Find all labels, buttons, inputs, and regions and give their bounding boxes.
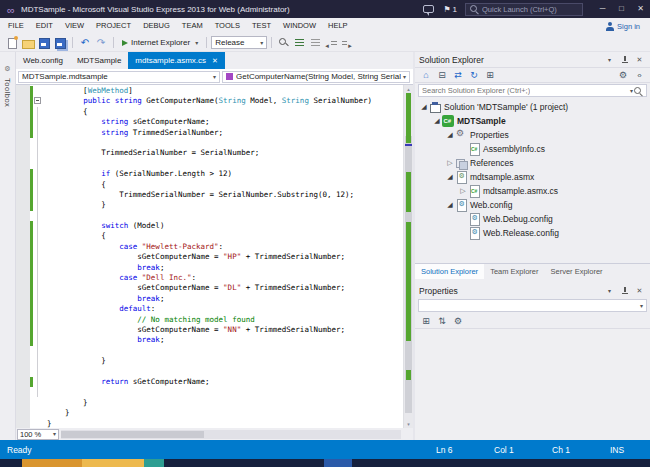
- code-line[interactable]: case "Dell Inc.":: [16, 273, 403, 283]
- toolbox-tab[interactable]: Toolbox: [0, 52, 16, 440]
- collapse-all-icon[interactable]: [435, 68, 449, 82]
- code-line[interactable]: }: [16, 356, 403, 366]
- start-debug-button[interactable]: Internet Explorer: [118, 38, 202, 47]
- status-character[interactable]: Ch 1: [552, 445, 610, 455]
- feedback-icon[interactable]: [423, 5, 434, 13]
- member-dropdown[interactable]: GetComputerName(String Model, String Ser…: [222, 71, 410, 83]
- undo-icon[interactable]: [78, 36, 92, 50]
- status-line[interactable]: Ln 6: [436, 445, 494, 455]
- panel-tab-solution-explorer[interactable]: Solution Explorer: [415, 264, 484, 279]
- expand-arrow-icon[interactable]: [458, 187, 468, 195]
- tree-item-solution-mdtsample-1-project[interactable]: Solution 'MDTSample' (1 project): [415, 100, 650, 114]
- scroll-up-arrow-icon[interactable]: [404, 85, 413, 93]
- tree-item-mdtsample-asmx-cs[interactable]: mdtsample.asmx.cs: [415, 184, 650, 198]
- code-line[interactable]: sGetComputerName = "HP" + TrimmedSerialN…: [16, 252, 403, 262]
- new-file-icon[interactable]: [5, 36, 19, 50]
- menu-item-view[interactable]: VIEW: [59, 18, 90, 34]
- property-pages-icon[interactable]: [451, 314, 465, 328]
- menu-item-edit[interactable]: EDIT: [30, 18, 59, 34]
- redo-icon[interactable]: [94, 36, 108, 50]
- code-line[interactable]: switch (Model): [16, 221, 403, 231]
- menu-item-window[interactable]: WINDOW: [277, 18, 322, 34]
- code-line[interactable]: [16, 159, 403, 169]
- status-column[interactable]: Col 1: [494, 445, 552, 455]
- code-line[interactable]: [16, 138, 403, 148]
- maximize-button[interactable]: [612, 0, 631, 18]
- menu-item-team[interactable]: TEAM: [176, 18, 209, 34]
- tree-item-mdtsample-asmx[interactable]: mdtsample.asmx: [415, 170, 650, 184]
- tab-mdtsample-asmx-cs[interactable]: mdtsample.asmx.cs✕: [128, 52, 225, 69]
- close-icon[interactable]: ✕: [212, 57, 218, 65]
- code-line[interactable]: if (SerialNumber.Length > 12): [16, 169, 403, 179]
- code-line[interactable]: default:: [16, 304, 403, 314]
- code-line[interactable]: case "Hewlett-Packard":: [16, 242, 403, 252]
- decrease-indent-icon[interactable]: [325, 36, 339, 50]
- minimize-button[interactable]: [593, 0, 612, 18]
- expand-arrow-icon[interactable]: [445, 201, 455, 209]
- tree-item-references[interactable]: References: [415, 156, 650, 170]
- scrollbar-thumb[interactable]: [61, 431, 204, 438]
- pin-icon[interactable]: [618, 54, 631, 66]
- close-button[interactable]: [631, 0, 650, 18]
- notifications-button[interactable]: 1: [443, 5, 457, 14]
- code-line[interactable]: }: [16, 200, 403, 210]
- tree-item-mdtsample[interactable]: MDTSample: [415, 114, 650, 128]
- code-line[interactable]: [16, 211, 403, 221]
- vscroll-marks[interactable]: [404, 93, 413, 420]
- window-position-icon[interactable]: [603, 54, 616, 66]
- expand-arrow-icon[interactable]: [445, 131, 455, 139]
- menu-item-project[interactable]: PROJECT: [90, 18, 137, 34]
- find-in-files-icon[interactable]: [277, 36, 291, 50]
- scroll-down-arrow-icon[interactable]: [404, 420, 413, 428]
- properties-icon[interactable]: [616, 68, 630, 82]
- code-line[interactable]: sGetComputerName = "DL" + TrimmedSerialN…: [16, 283, 403, 293]
- code-line[interactable]: {: [16, 107, 403, 117]
- code-line[interactable]: break;: [16, 335, 403, 345]
- expand-arrow-icon[interactable]: [445, 173, 455, 181]
- code-line[interactable]: }: [16, 398, 403, 408]
- tree-item-assemblyinfo-cs[interactable]: AssemblyInfo.cs: [415, 142, 650, 156]
- code-line[interactable]: [16, 387, 403, 397]
- properties-object-dropdown[interactable]: [418, 299, 647, 312]
- editor-vertical-scrollbar[interactable]: [403, 85, 413, 428]
- expand-arrow-icon[interactable]: [432, 117, 442, 125]
- panel-tab-server-explorer[interactable]: Server Explorer: [544, 264, 608, 279]
- open-folder-icon[interactable]: [21, 36, 35, 50]
- menu-item-debug[interactable]: DEBUG: [137, 18, 176, 34]
- tree-item-properties[interactable]: Properties: [415, 128, 650, 142]
- menu-item-tools[interactable]: TOOLS: [209, 18, 246, 34]
- expand-arrow-icon[interactable]: [419, 103, 429, 111]
- window-position-icon[interactable]: [603, 285, 616, 297]
- code-line[interactable]: }: [16, 419, 403, 429]
- code-line[interactable]: }: [16, 408, 403, 418]
- menu-item-help[interactable]: HELP: [322, 18, 354, 34]
- code-line[interactable]: public string GetComputerName(String Mod…: [16, 96, 403, 106]
- close-icon[interactable]: [633, 54, 646, 66]
- categorized-icon[interactable]: [419, 314, 433, 328]
- tree-item-web-config[interactable]: Web.config: [415, 198, 650, 212]
- code-line[interactable]: sGetComputerName = "NN" + TrimmedSerialN…: [16, 325, 403, 335]
- code-view-icon[interactable]: [632, 68, 646, 82]
- uncomment-icon[interactable]: [309, 36, 323, 50]
- tree-item-web-debug-config[interactable]: Web.Debug.config: [415, 212, 650, 226]
- show-all-files-icon[interactable]: [483, 68, 497, 82]
- code-line[interactable]: string TrimmedSerialNumber;: [16, 128, 403, 138]
- quick-launch-input[interactable]: Quick Launch (Ctrl+Q): [465, 3, 583, 16]
- sign-in-button[interactable]: Sign in: [606, 22, 640, 31]
- code-line[interactable]: break;: [16, 263, 403, 273]
- home-icon[interactable]: [419, 68, 433, 82]
- comment-out-icon[interactable]: [293, 36, 307, 50]
- close-icon[interactable]: [633, 285, 646, 297]
- solution-search-input[interactable]: Search Solution Explorer (Ctrl+;): [418, 84, 647, 97]
- save-all-icon[interactable]: [53, 36, 67, 50]
- status-insert-mode[interactable]: INS: [610, 445, 644, 455]
- code-line[interactable]: {: [16, 180, 403, 190]
- increase-indent-icon[interactable]: [341, 36, 355, 50]
- code-line[interactable]: // No matching model found: [16, 315, 403, 325]
- code-line[interactable]: TrimmedSerialNumber = SerialNumber;: [16, 148, 403, 158]
- alphabetical-icon[interactable]: [435, 314, 449, 328]
- code-line[interactable]: break;: [16, 294, 403, 304]
- refresh-icon[interactable]: [467, 68, 481, 82]
- tree-item-web-release-config[interactable]: Web.Release.config: [415, 226, 650, 240]
- menu-item-test[interactable]: TEST: [246, 18, 277, 34]
